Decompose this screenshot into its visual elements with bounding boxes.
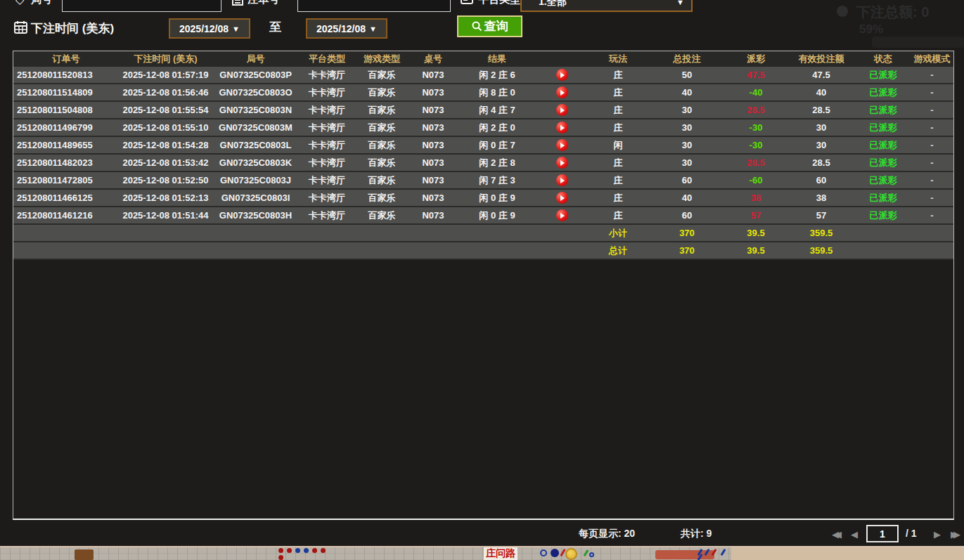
cell-order: 251208011520813 [13, 67, 119, 83]
col-header-replay [536, 51, 587, 67]
cell-result: 闲 2 庄 6 [458, 67, 536, 83]
cell-game: 百家乐 [355, 67, 409, 83]
cell-order: 251208011514809 [13, 84, 119, 100]
cell-result: 闲 2 庄 8 [458, 155, 536, 171]
cell-payout: -30 [725, 119, 787, 136]
replay-play-icon[interactable] [556, 192, 568, 204]
col-header-status: 状态 [856, 51, 911, 67]
cell-game-mode: - [911, 119, 953, 136]
cell-game-mode: - [911, 172, 953, 188]
cell-time: 2025-12-08 01:55:54 [119, 102, 212, 118]
grand-total-payout: 39.5 [725, 242, 787, 259]
cell-status: 已派彩 [856, 119, 911, 136]
col-header-round: 局号 [212, 51, 299, 67]
query-button[interactable]: 查询 [457, 15, 522, 37]
cell-game: 百家乐 [355, 207, 409, 223]
replay-play-icon[interactable] [556, 139, 568, 151]
cell-platform: 卡卡湾厅 [299, 137, 355, 153]
col-header-bet-type: 玩法 [587, 51, 649, 67]
replay-play-icon[interactable] [556, 122, 568, 134]
cell-total-bet: 30 [649, 137, 725, 153]
bet-time-label: 下注时间 (美东) [31, 20, 114, 37]
cell-status: 已派彩 [856, 172, 911, 188]
cell-time: 2025-12-08 01:57:19 [119, 67, 212, 83]
table-row: 251208011461216 2025-12-08 01:51:44 GN07… [13, 207, 953, 225]
table-row: 251208011489655 2025-12-08 01:54:28 GN07… [13, 137, 953, 155]
cell-payout: 28.5 [725, 102, 787, 118]
replay-play-icon[interactable] [556, 157, 568, 169]
cell-total-bet: 30 [649, 155, 725, 171]
replay-play-icon[interactable] [556, 104, 568, 116]
col-header-order: 订单号 [13, 51, 119, 67]
road-mark [721, 549, 726, 556]
table-row: 251208011472805 2025-12-08 01:52:50 GN07… [13, 172, 953, 190]
cell-valid-bet: 30 [787, 137, 856, 153]
date-from-select[interactable]: 2025/12/08 ▼ [169, 18, 250, 39]
table-row: 251208011496799 2025-12-08 01:55:10 GN07… [13, 119, 953, 137]
platform-type-value: 1.全部 [539, 0, 567, 8]
cell-bet-type: 庄 [587, 190, 649, 206]
date-to-select[interactable]: 2025/12/08 ▼ [306, 18, 387, 39]
cell-table-no: N073 [409, 67, 458, 83]
cell-game-mode: - [911, 155, 953, 171]
cell-platform: 卡卡湾厅 [299, 155, 355, 171]
grand-total-total: 370 [649, 242, 725, 259]
cell-time: 2025-12-08 01:51:44 [119, 207, 212, 223]
cell-payout: 28.5 [725, 155, 787, 171]
page-total-label: / 1 [906, 528, 917, 539]
cell-valid-bet: 28.5 [787, 155, 856, 171]
cell-game-mode: - [911, 190, 953, 206]
subtotal-row: 小计 370 39.5 359.5 [13, 225, 953, 242]
cell-result: 闲 0 庄 9 [458, 207, 536, 223]
grand-total-label: 总计 [587, 242, 649, 259]
col-header-valid: 有效投注额 [787, 51, 856, 67]
replay-play-icon[interactable] [556, 209, 568, 221]
cell-game-mode: - [911, 207, 953, 223]
cell-order: 251208011472805 [13, 172, 119, 188]
cell-valid-bet: 30 [787, 119, 856, 136]
road-symbol-filled [551, 549, 559, 557]
road-label: 庄问路 [484, 547, 518, 560]
cell-round: GN07325C0803O [212, 84, 299, 100]
cell-platform: 卡卡湾厅 [299, 102, 355, 118]
last-page-button[interactable]: ▶▶ [951, 529, 960, 540]
cell-bet-type: 庄 [587, 67, 649, 83]
first-page-button[interactable]: ◀◀ [832, 529, 842, 540]
cell-time: 2025-12-08 01:54:28 [119, 137, 212, 153]
road-mark [584, 549, 589, 556]
cell-bet-type: 庄 [587, 102, 649, 118]
background-game-strip: 庄问路 [0, 547, 964, 560]
cell-payout: 38 [725, 190, 787, 206]
cell-total-bet: 60 [649, 207, 725, 223]
replay-play-icon[interactable] [556, 69, 568, 81]
cell-game-mode: - [911, 137, 953, 153]
cell-platform: 卡卡湾厅 [299, 119, 355, 136]
road-dot [278, 548, 283, 553]
cell-round: GN07325C0803N [212, 102, 299, 118]
replay-play-icon[interactable] [556, 86, 568, 98]
results-table: 订单号 下注时间 (美东) 局号 平台类型 游戏类型 桌号 结果 玩法 总投注 … [13, 51, 954, 520]
ticket-no-input[interactable] [297, 0, 451, 12]
cell-bet-type: 闲 [587, 137, 649, 153]
table-row: 251208011482023 2025-12-08 01:53:42 GN07… [13, 155, 953, 172]
table-row: 251208011520813 2025-12-08 01:57:19 GN07… [13, 67, 953, 84]
next-page-button[interactable]: ▶ [934, 529, 941, 540]
replay-play-icon[interactable] [556, 174, 568, 186]
col-header-table: 桌号 [409, 51, 458, 67]
card-icon [461, 0, 473, 7]
cell-result: 闲 2 庄 0 [458, 119, 536, 136]
round-no-input[interactable] [62, 0, 221, 12]
prev-page-button[interactable]: ◀ [851, 529, 858, 540]
col-header-result: 结果 [458, 51, 536, 67]
platform-type-select[interactable]: 1.全部 ▼ [520, 0, 693, 12]
cell-time: 2025-12-08 01:52:13 [119, 190, 212, 206]
cell-game: 百家乐 [355, 84, 409, 100]
cell-platform: 卡卡湾厅 [299, 207, 355, 223]
cell-status: 已派彩 [856, 137, 911, 153]
chip-icon [565, 548, 577, 560]
ticket-no-label: 注单号 [248, 0, 279, 6]
road-dot [304, 548, 309, 553]
cell-valid-bet: 60 [787, 172, 856, 188]
query-button-label: 查询 [484, 18, 508, 34]
page-number-input[interactable] [866, 525, 899, 542]
